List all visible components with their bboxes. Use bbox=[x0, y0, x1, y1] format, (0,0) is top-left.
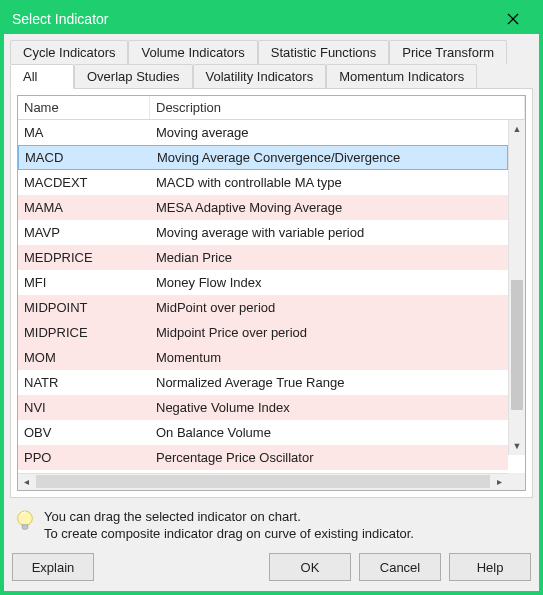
cell-description: On Balance Volume bbox=[150, 425, 508, 440]
close-button[interactable] bbox=[493, 6, 533, 32]
cell-name: MIDPOINT bbox=[18, 300, 150, 315]
scroll-left-arrow-icon[interactable]: ◂ bbox=[18, 473, 35, 490]
cell-description: MESA Adaptive Moving Average bbox=[150, 200, 508, 215]
column-header-name[interactable]: Name bbox=[18, 96, 150, 119]
dialog-window: Select Indicator Cycle IndicatorsVolume … bbox=[0, 0, 543, 595]
cell-description: Normalized Average True Range bbox=[150, 375, 508, 390]
close-icon bbox=[507, 13, 519, 25]
cell-description: Negative Volume Index bbox=[150, 400, 508, 415]
cancel-button[interactable]: Cancel bbox=[359, 553, 441, 581]
cell-name: MAVP bbox=[18, 225, 150, 240]
table-row[interactable]: MAMAMESA Adaptive Moving Average bbox=[18, 195, 508, 220]
cell-description: MACD with controllable MA type bbox=[150, 175, 508, 190]
help-button[interactable]: Help bbox=[449, 553, 531, 581]
window-title: Select Indicator bbox=[12, 11, 493, 27]
titlebar: Select Indicator bbox=[4, 4, 539, 34]
table-row[interactable]: MEDPRICEMedian Price bbox=[18, 245, 508, 270]
table-row[interactable]: PPOPercentage Price Oscillator bbox=[18, 445, 508, 470]
cell-name: MA bbox=[18, 125, 150, 140]
cell-name: MACD bbox=[19, 150, 151, 165]
tab-row-upper: Cycle IndicatorsVolume IndicatorsStatist… bbox=[10, 40, 533, 64]
indicator-table: Name Description MAMoving averageMACDMov… bbox=[17, 95, 526, 491]
tab-upper-2[interactable]: Statistic Functions bbox=[258, 40, 390, 64]
horizontal-scrollbar[interactable]: ◂ ▸ bbox=[18, 473, 525, 490]
spacer bbox=[102, 553, 261, 581]
tab-lower-3[interactable]: Momentum Indicators bbox=[326, 64, 477, 89]
ok-button[interactable]: OK bbox=[269, 553, 351, 581]
table-row[interactable]: MACDEXTMACD with controllable MA type bbox=[18, 170, 508, 195]
button-bar: Explain OK Cancel Help bbox=[10, 549, 533, 583]
cell-name: MOM bbox=[18, 350, 150, 365]
cell-name: PPO bbox=[18, 450, 150, 465]
cell-name: MACDEXT bbox=[18, 175, 150, 190]
cell-description: Money Flow Index bbox=[150, 275, 508, 290]
scroll-up-arrow-icon[interactable]: ▲ bbox=[509, 120, 525, 137]
cell-description: MidPoint over period bbox=[150, 300, 508, 315]
scrollbar-thumb[interactable] bbox=[511, 280, 523, 410]
hint-area: You can drag the selected indicator on c… bbox=[10, 498, 533, 549]
table-row[interactable]: MAMoving average bbox=[18, 120, 508, 145]
cell-description: Moving average with variable period bbox=[150, 225, 508, 240]
table-row[interactable]: MOMMomentum bbox=[18, 345, 508, 370]
column-header-description[interactable]: Description bbox=[150, 96, 525, 119]
hint-text: You can drag the selected indicator on c… bbox=[44, 508, 414, 543]
tab-upper-1[interactable]: Volume Indicators bbox=[128, 40, 257, 64]
svg-point-2 bbox=[18, 511, 33, 526]
tab-upper-3[interactable]: Price Transform bbox=[389, 40, 507, 64]
tab-upper-0[interactable]: Cycle Indicators bbox=[10, 40, 128, 64]
cell-name: MEDPRICE bbox=[18, 250, 150, 265]
scroll-corner bbox=[508, 473, 525, 490]
table-row[interactable]: OBVOn Balance Volume bbox=[18, 420, 508, 445]
explain-button[interactable]: Explain bbox=[12, 553, 94, 581]
scroll-right-arrow-icon[interactable]: ▸ bbox=[491, 473, 508, 490]
tab-lower-0[interactable]: All bbox=[10, 64, 74, 89]
cell-description: Midpoint Price over period bbox=[150, 325, 508, 340]
table-row[interactable]: MIDPRICEMidpoint Price over period bbox=[18, 320, 508, 345]
table-row[interactable]: NVINegative Volume Index bbox=[18, 395, 508, 420]
table-row[interactable]: MAVPMoving average with variable period bbox=[18, 220, 508, 245]
table-row[interactable]: MFIMoney Flow Index bbox=[18, 270, 508, 295]
dialog-content: Cycle IndicatorsVolume IndicatorsStatist… bbox=[4, 34, 539, 591]
cell-description: Median Price bbox=[150, 250, 508, 265]
tab-lower-1[interactable]: Overlap Studies bbox=[74, 64, 193, 89]
cell-name: OBV bbox=[18, 425, 150, 440]
vertical-scrollbar[interactable]: ▲ ▼ bbox=[508, 120, 525, 455]
table-row[interactable]: MIDPOINTMidPoint over period bbox=[18, 295, 508, 320]
hscroll-track[interactable] bbox=[36, 475, 490, 488]
hint-line-2: To create composite indicator drag on cu… bbox=[44, 525, 414, 543]
cell-description: Momentum bbox=[150, 350, 508, 365]
tab-panel: Name Description MAMoving averageMACDMov… bbox=[10, 88, 533, 498]
hint-line-1: You can drag the selected indicator on c… bbox=[44, 508, 414, 526]
cell-name: NATR bbox=[18, 375, 150, 390]
table-row[interactable]: MACDMoving Average Convergence/Divergenc… bbox=[18, 145, 508, 170]
tab-row-lower: AllOverlap StudiesVolatility IndicatorsM… bbox=[10, 64, 533, 89]
cell-name: MIDPRICE bbox=[18, 325, 150, 340]
cell-description: Moving Average Convergence/Divergence bbox=[151, 150, 507, 165]
cell-description: Percentage Price Oscillator bbox=[150, 450, 508, 465]
cell-description: Moving average bbox=[150, 125, 508, 140]
cell-name: MFI bbox=[18, 275, 150, 290]
scroll-down-arrow-icon[interactable]: ▼ bbox=[509, 438, 525, 455]
cell-name: MAMA bbox=[18, 200, 150, 215]
table-header: Name Description bbox=[18, 96, 525, 120]
table-row[interactable]: NATRNormalized Average True Range bbox=[18, 370, 508, 395]
tab-lower-2[interactable]: Volatility Indicators bbox=[193, 64, 327, 89]
cell-name: NVI bbox=[18, 400, 150, 415]
lightbulb-icon bbox=[14, 508, 36, 536]
table-body: MAMoving averageMACDMoving Average Conve… bbox=[18, 120, 525, 473]
